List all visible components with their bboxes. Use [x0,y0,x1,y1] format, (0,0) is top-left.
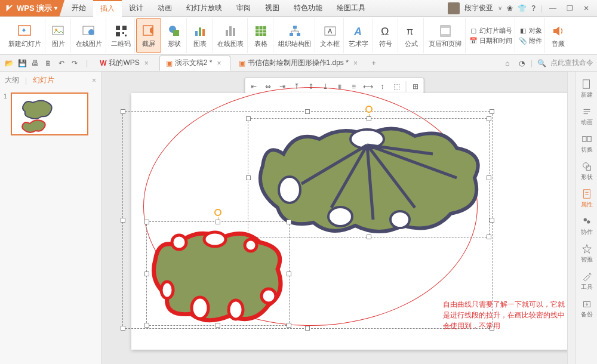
rp-collab[interactable]: 协作 [577,214,596,239]
close-button[interactable]: ✕ [580,4,592,13]
new-tab-button[interactable]: + [368,58,379,69]
menu-tab-features[interactable]: 特色功能 [287,0,330,17]
svg-rect-27 [297,33,300,36]
svg-rect-10 [125,35,127,36]
ribbon-textbox[interactable]: A 文本框 [316,18,344,53]
audio-label: 音频 [552,39,565,48]
attachment-icon: 📎 [519,36,527,45]
rp-backup[interactable]: 备份 [577,296,596,321]
vertical-scrollbar[interactable] [567,72,576,364]
tshirt-icon[interactable]: 👕 [518,4,527,13]
doc-tab-1[interactable]: ▣ 演示文稿2 * × [159,55,230,71]
wps-logo-icon: W [100,59,106,67]
doc-tab-mywps[interactable]: W 我的WPS × [94,55,157,71]
menu-tab-start[interactable]: 开始 [64,0,93,17]
rp-recommend[interactable]: 智推 [577,241,596,266]
same-size-button[interactable]: ⬚ [390,80,404,93]
ribbon-new-slide[interactable]: ✦ 新建幻灯片 [5,18,45,53]
ribbon-online-pic[interactable]: 在线图片 [72,18,106,53]
menu-tab-drawtools[interactable]: 绘图工具 [330,0,373,17]
rp-anim[interactable]: 动画 [577,104,596,129]
picture-icon [50,23,67,39]
ribbon-screenshot[interactable]: 截屏 [136,18,161,53]
ribbon-datetime[interactable]: 📅日期和时间 [469,36,512,45]
slide-canvas[interactable]: 自由曲线只需要了解一下就可以，它就 是进行线段的拉升，在画比较密的线中 会使用到… [131,93,567,350]
svg-rect-15 [199,27,201,36]
menu-tab-view[interactable]: 视图 [258,0,287,17]
ribbon-slide-number[interactable]: ▢幻灯片编号 [469,26,512,35]
canvas-area[interactable]: ⇤ ⇔ ⇥ ⤒ ⇕ ⤓ ⫼ ≡ ⟷ ↕ ⬚ ⊞ [101,72,567,364]
doc-close-1[interactable]: × [215,59,224,67]
rp-props[interactable]: 属性 [577,186,596,211]
freeform-shape-red[interactable] [146,221,290,326]
rp-shape[interactable]: 形状 [577,159,596,184]
skin-icon[interactable]: ❀ [507,4,513,13]
rotation-handle-2[interactable] [214,209,221,216]
freeform-shape-purple[interactable] [248,118,490,237]
shape-panel-icon [581,161,592,172]
annotation-line-3: 会使用到，不常用 [443,320,567,331]
ribbon-online-chart[interactable]: 在线图表 [214,18,248,53]
same-height-button[interactable]: ↕ [376,80,389,93]
cloud-icon[interactable]: ◔ [516,58,527,69]
align-left-button[interactable]: ⇤ [247,80,260,93]
home-icon[interactable]: ⌂ [502,58,513,69]
user-dropdown-icon[interactable]: ∨ [498,5,502,11]
qat-preview-icon[interactable]: 🗎 [43,58,54,69]
doc-tab-2[interactable]: ▣ 书信信封绘制用图形操作1.dps * × [233,55,366,71]
qat-redo-icon[interactable]: ↷ [69,58,80,69]
datetime-icon: 📅 [469,36,478,45]
rp-trans[interactable]: 切换 [577,131,596,156]
qrcode-icon [113,23,130,39]
side-tab-outline[interactable]: 大纲 [5,75,19,85]
menu-tab-review[interactable]: 审阅 [229,0,258,17]
same-width-button[interactable]: ⟷ [362,80,375,93]
ribbon-qrcode[interactable]: 二维码 [107,18,135,53]
menu-tab-insert[interactable]: 插入 [93,0,122,17]
ribbon-picture[interactable]: 图片 [47,18,71,53]
ribbon-shapes[interactable]: 形状 [162,18,187,53]
title-right: 段宇俊亚 ∨ ❀ 👕 ? | — ❐ ✕ [448,2,597,14]
ribbon-object[interactable]: ◧对象 [519,26,542,35]
thumbnail-item[interactable]: 1 [4,92,97,135]
side-tab-slides[interactable]: 幻灯片 [33,75,54,85]
help-icon[interactable]: ? [531,4,536,13]
search-hint[interactable]: 点此查找命令 [550,58,593,68]
ribbon-audio[interactable]: 音频 [546,18,570,53]
thumbnail[interactable] [11,92,88,135]
doc-close-2[interactable]: × [351,59,360,67]
doc-close-mywps[interactable]: × [142,59,151,67]
menu-tab-slideshow[interactable]: 幻灯片放映 [179,0,229,17]
minimize-button[interactable]: — [547,4,559,13]
qat-save-icon[interactable]: 💾 [17,58,27,69]
ribbon-orgchart[interactable]: 组织结构图 [275,18,315,53]
svg-point-54 [587,220,590,223]
ribbon-equation[interactable]: π 公式 [399,18,424,53]
side-panel-close[interactable]: × [92,76,96,85]
user-name[interactable]: 段宇俊亚 [464,3,493,13]
ribbon-header-footer[interactable]: 页眉和页脚 [425,18,466,53]
qat-open-icon[interactable]: 📂 [4,58,14,69]
trans-icon [581,134,592,144]
qat-undo-icon[interactable]: ↶ [56,58,67,69]
app-dropdown-icon[interactable]: ▾ [54,5,57,11]
restore-button[interactable]: ❐ [564,4,576,13]
rp-new[interactable]: 新建 [577,76,596,101]
ribbon-chart[interactable]: 图表 [188,18,213,53]
doc2-label: 书信信封绘制用图形操作1.dps * [248,58,349,68]
menu-tab-animation[interactable]: 动画 [150,0,179,17]
rotation-handle-1[interactable] [365,106,373,113]
ribbon-wordart[interactable]: A 艺术字 [345,18,373,53]
search-icon[interactable]: 🔍 [536,58,547,69]
svg-point-44 [192,297,208,319]
group-button[interactable]: ⊞ [409,80,422,93]
ribbon-table[interactable]: 表格 [249,18,273,53]
avatar[interactable] [448,2,460,14]
menu-tab-design[interactable]: 设计 [122,0,150,17]
svg-point-37 [279,177,300,203]
rp-tools[interactable]: 工具 [577,269,596,294]
ribbon-symbol[interactable]: Ω 符号 [374,18,398,53]
qat-print-icon[interactable]: 🖶 [30,58,41,69]
svg-point-43 [161,282,173,298]
ribbon-attachment[interactable]: 📎附件 [519,36,542,45]
